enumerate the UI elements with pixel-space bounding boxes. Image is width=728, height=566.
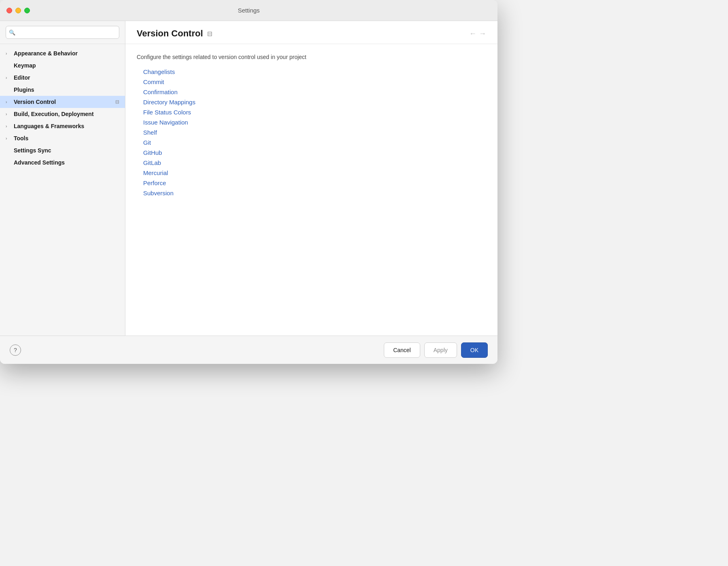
sidebar-item-languages[interactable]: › Languages & Frameworks <box>0 120 125 132</box>
window-title: Settings <box>238 7 260 14</box>
nav-arrows: ← → <box>469 30 486 38</box>
link-directory-mappings[interactable]: Directory Mappings <box>143 99 486 106</box>
sidebar-item-appearance[interactable]: › Appearance & Behavior <box>0 47 125 59</box>
sidebar-item-plugins[interactable]: Plugins <box>0 84 125 96</box>
sidebar-item-label: Settings Sync <box>14 147 51 154</box>
forward-arrow[interactable]: → <box>479 30 486 38</box>
link-gitlab[interactable]: GitLab <box>143 159 486 166</box>
sidebar-item-label: Advanced Settings <box>14 159 65 166</box>
panel-header: Version Control ⊟ ← → <box>125 21 497 44</box>
link-confirmation[interactable]: Confirmation <box>143 89 486 95</box>
search-icon: 🔍 <box>9 30 15 36</box>
chevron-icon: › <box>6 112 11 116</box>
search-container: 🔍 <box>0 21 125 44</box>
sidebar-item-build[interactable]: › Build, Execution, Deployment <box>0 108 125 120</box>
sidebar-item-label: Build, Execution, Deployment <box>14 111 94 117</box>
panel-title-row: Version Control ⊟ <box>137 28 212 39</box>
sidebar-item-label: Appearance & Behavior <box>14 50 78 57</box>
link-git[interactable]: Git <box>143 139 486 146</box>
maximize-button[interactable] <box>24 8 30 13</box>
minimize-button[interactable] <box>15 8 21 13</box>
link-file-status-colors[interactable]: File Status Colors <box>143 109 486 116</box>
link-perforce[interactable]: Perforce <box>143 180 486 186</box>
chevron-icon: › <box>6 136 11 141</box>
help-button[interactable]: ? <box>10 344 21 356</box>
traffic-lights <box>6 8 30 13</box>
sidebar-item-label: Version Control <box>14 99 56 105</box>
sidebar-item-keymap[interactable]: Keymap <box>0 59 125 72</box>
titlebar: Settings <box>0 0 497 21</box>
nav-items: › Appearance & Behavior Keymap › Editor … <box>0 44 125 336</box>
sidebar-item-settings-sync[interactable]: Settings Sync <box>0 144 125 156</box>
sidebar-item-tools[interactable]: › Tools <box>0 132 125 144</box>
sidebar: 🔍 › Appearance & Behavior Keymap › Edito… <box>0 21 125 336</box>
link-github[interactable]: GitHub <box>143 149 486 156</box>
chevron-icon: › <box>6 76 11 80</box>
version-control-badge: ⊟ <box>115 99 119 105</box>
right-panel: Version Control ⊟ ← → Configure the sett… <box>125 21 497 336</box>
chevron-icon: › <box>6 51 11 56</box>
link-subversion[interactable]: Subversion <box>143 190 486 196</box>
search-input[interactable] <box>6 26 119 39</box>
sidebar-item-version-control[interactable]: › Version Control ⊟ <box>0 96 125 108</box>
apply-button[interactable]: Apply <box>424 342 457 358</box>
sidebar-item-label: Tools <box>14 135 28 142</box>
sidebar-item-label: Plugins <box>14 87 34 93</box>
panel-title: Version Control <box>137 28 203 39</box>
sidebar-item-advanced[interactable]: Advanced Settings <box>0 156 125 169</box>
cancel-button[interactable]: Cancel <box>384 342 420 358</box>
action-buttons: Cancel Apply OK <box>384 342 488 358</box>
link-mercurial[interactable]: Mercurial <box>143 169 486 176</box>
ok-button[interactable]: OK <box>461 342 488 358</box>
panel-collapse-icon[interactable]: ⊟ <box>207 30 212 38</box>
bottom-bar: ? Cancel Apply OK <box>0 336 497 364</box>
link-shelf[interactable]: Shelf <box>143 129 486 136</box>
close-button[interactable] <box>6 8 12 13</box>
sidebar-item-editor[interactable]: › Editor <box>0 72 125 84</box>
sidebar-item-label: Editor <box>14 74 30 81</box>
chevron-icon: › <box>6 124 11 129</box>
sidebar-item-label: Languages & Frameworks <box>14 123 84 129</box>
panel-body: Configure the settings related to versio… <box>125 44 497 336</box>
sidebar-item-label: Keymap <box>14 62 36 69</box>
link-changelists[interactable]: Changelists <box>143 68 486 75</box>
link-commit[interactable]: Commit <box>143 78 486 85</box>
back-arrow[interactable]: ← <box>469 30 476 38</box>
search-wrapper: 🔍 <box>6 26 119 39</box>
chevron-icon: › <box>6 100 11 104</box>
panel-description: Configure the settings related to versio… <box>137 54 486 60</box>
main-content: 🔍 › Appearance & Behavior Keymap › Edito… <box>0 21 497 336</box>
link-issue-navigation[interactable]: Issue Navigation <box>143 119 486 126</box>
settings-links: Changelists Commit Confirmation Director… <box>137 68 486 196</box>
